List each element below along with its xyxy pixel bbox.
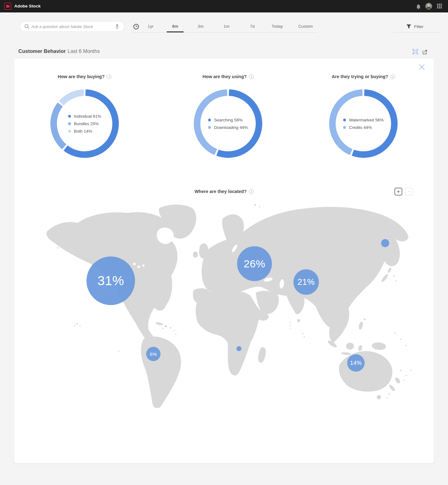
legend-label: Watermarked 56% xyxy=(349,118,384,122)
app-title: Adobe Stock xyxy=(14,0,41,12)
map-bubble-australia: 14% xyxy=(347,354,365,372)
map-zoom-out-button[interactable]: − xyxy=(405,188,413,195)
chart-title: Are they trying or buying? xyxy=(332,74,388,79)
legend-dot xyxy=(68,122,71,125)
tab-6m[interactable]: 6m xyxy=(172,21,178,32)
info-icon[interactable]: i xyxy=(390,74,395,79)
legend-dot xyxy=(343,119,346,121)
world-map-svg xyxy=(37,202,414,408)
legend-label: Both 14% xyxy=(74,129,92,134)
share-export-button[interactable] xyxy=(422,49,427,54)
top-app-bar: St Adobe Stock xyxy=(0,0,448,12)
tab-3m[interactable]: 3m xyxy=(198,21,204,32)
search-icon xyxy=(24,24,30,29)
tab-1m[interactable]: 1m xyxy=(224,21,230,32)
page-subtitle: Last 6 Months xyxy=(68,48,100,54)
map-bubble-south-america: 6% xyxy=(146,347,161,361)
notifications-bell-icon[interactable] xyxy=(415,3,422,10)
legend-dot xyxy=(68,115,71,118)
donut-chart-2: How are they using?iSearching 56%Downloa… xyxy=(184,73,272,158)
map-bubble-europe: 26% xyxy=(237,246,272,281)
tabs-divider xyxy=(133,32,318,33)
tab-today[interactable]: Today xyxy=(272,21,283,32)
legend-item-downloading: Downloading 44% xyxy=(208,125,248,130)
legend-label: Individual 61% xyxy=(74,114,101,119)
map-bubble-east-russia xyxy=(381,239,389,247)
tab-1yr[interactable]: 1yr xyxy=(148,21,154,32)
filter-button[interactable]: Filter xyxy=(406,21,423,32)
legend-label: Credits 44% xyxy=(349,125,372,130)
page-title: Customer Behavior xyxy=(18,48,66,54)
legend-item-searching: Searching 56% xyxy=(208,118,248,122)
close-icon[interactable] xyxy=(418,64,425,70)
filter-label: Filter xyxy=(414,24,423,29)
donut-chart-1: How are they buying?iIndividual 61%Bundl… xyxy=(41,73,128,158)
chart-title: How are they buying? xyxy=(58,74,105,79)
legend-label: Searching 56% xyxy=(214,118,243,122)
legend-label: Bundles 25% xyxy=(74,121,99,126)
legend-item-both: Both 14% xyxy=(68,129,101,134)
donut-chart-3: Are they trying or buying?iWatermarked 5… xyxy=(320,73,407,158)
chart-title: How are they using? xyxy=(203,74,247,79)
time-range-clock-icon[interactable] xyxy=(133,23,139,30)
search-input[interactable] xyxy=(31,24,114,29)
legend-dot xyxy=(208,126,211,129)
user-avatar[interactable] xyxy=(425,3,432,10)
map-title-row: Where are they located? i xyxy=(14,189,434,194)
world-map: 31%26%21%6%14% xyxy=(37,202,414,408)
logo-text: St xyxy=(6,4,10,8)
apps-grid-icon[interactable] xyxy=(437,4,442,8)
info-icon[interactable]: i xyxy=(107,74,111,79)
legend-item-individual: Individual 61% xyxy=(68,114,101,119)
legend-label: Downloading 44% xyxy=(214,125,248,130)
adobe-stock-logo[interactable]: St xyxy=(4,3,11,10)
legend-dot xyxy=(208,119,211,121)
info-icon[interactable]: i xyxy=(249,189,254,194)
map-bubble-central-africa xyxy=(236,346,241,351)
microphone-icon[interactable] xyxy=(114,23,120,30)
map-zoom-in-button[interactable]: + xyxy=(394,188,402,195)
expand-fullscreen-button[interactable] xyxy=(413,49,418,54)
map-bubble-asia: 21% xyxy=(293,269,319,295)
filter-divider xyxy=(393,32,440,33)
map-bubble-north-america: 31% xyxy=(86,257,135,305)
legend-item-watermarked: Watermarked 56% xyxy=(343,118,384,122)
tab-7d[interactable]: 7d xyxy=(250,21,254,32)
legend-item-bundles: Bundles 25% xyxy=(68,121,101,126)
legend-dot xyxy=(343,126,346,129)
info-icon[interactable]: i xyxy=(249,74,254,79)
customer-behavior-card: How are they buying?iIndividual 61%Bundl… xyxy=(14,59,434,463)
legend-item-credits: Credits 44% xyxy=(343,125,384,130)
page-header: Customer BehaviorLast 6 Months xyxy=(18,48,100,54)
search-bar xyxy=(20,21,124,32)
tab-custom[interactable]: Custom xyxy=(298,21,313,32)
map-title: Where are they located? xyxy=(194,189,247,194)
filter-funnel-icon xyxy=(406,24,411,29)
legend-dot xyxy=(68,130,71,133)
